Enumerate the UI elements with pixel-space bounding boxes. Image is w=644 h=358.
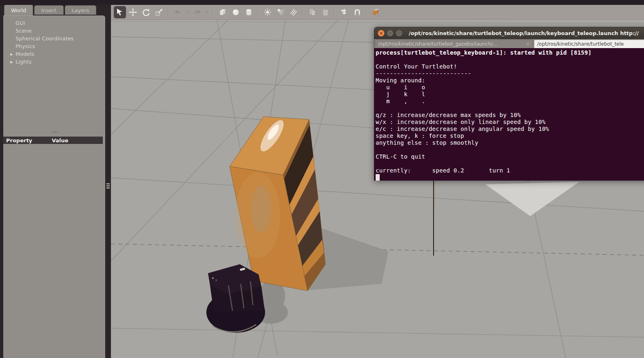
- paste-button[interactable]: [319, 6, 332, 18]
- tab-label: World: [11, 7, 26, 13]
- undo-history-button[interactable]: [185, 6, 190, 18]
- insert-sphere-button[interactable]: [230, 6, 242, 18]
- tab-label: Layers: [72, 7, 89, 13]
- terminal-line: Moving around:: [376, 77, 644, 84]
- terminal-tab-teleop[interactable]: /opt/ros/kinetic/share/turtlebot_tele: [534, 40, 644, 48]
- terminal-title: /opt/ros/kinetic/share/turtlebot_teleop/…: [409, 30, 644, 36]
- panel-splitter-grip[interactable]: •••: [51, 131, 58, 134]
- terminal-window: × — ◻ /opt/ros/kinetic/share/turtlebot_t…: [374, 27, 644, 181]
- tree-item-label: Models: [15, 51, 34, 57]
- scale-tool[interactable]: [153, 6, 165, 18]
- insert-cylinder-button[interactable]: [243, 6, 255, 18]
- terminal-line: anything else : stop smoothly: [376, 139, 644, 146]
- rotate-tool[interactable]: [140, 6, 152, 18]
- terminal-line: Control Your Turtlebot!: [376, 63, 644, 70]
- tab-label: Insert: [41, 7, 56, 13]
- terminal-cursor: [376, 174, 380, 181]
- toolbar-separator: [334, 7, 335, 18]
- insert-point-light-button[interactable]: [261, 6, 274, 18]
- terminal-line: [376, 146, 644, 153]
- toolbar-separator: [366, 7, 367, 18]
- tree-item[interactable]: ▶ Scene: [3, 27, 105, 35]
- toolbar-separator: [213, 7, 214, 18]
- terminal-tab-gazebo[interactable]: /opt/ros/kinetic/share/turtlebot_gazebo/…: [375, 40, 533, 48]
- terminal-line: space key, k : force stop: [376, 133, 644, 139]
- select-tool[interactable]: [114, 6, 126, 18]
- tree-item[interactable]: ▶ Models: [3, 50, 105, 58]
- property-table-header: Property Value: [3, 137, 103, 144]
- terminal-line: ---------------------------: [376, 70, 644, 77]
- undo-button[interactable]: [172, 6, 184, 18]
- snap-button[interactable]: [351, 6, 363, 18]
- terminal-line: currently: speed 0.2 turn 1: [376, 167, 644, 174]
- toolbar-separator: [303, 7, 303, 18]
- terminal-lines: process[turtlebot_teleop_keyboard-1]: st…: [376, 49, 644, 174]
- property-column-header: Property: [3, 137, 51, 144]
- redo-button[interactable]: [191, 6, 204, 18]
- expand-arrow-icon[interactable]: ▶: [10, 60, 15, 64]
- turtlebot[interactable]: [206, 264, 265, 333]
- terminal-line: j k l: [376, 91, 644, 98]
- sidebar-tab-bar: World Insert Layers: [4, 4, 96, 15]
- copy-button[interactable]: [306, 6, 319, 18]
- tree-item-label: Scene: [15, 28, 32, 34]
- tab-world[interactable]: World: [4, 4, 33, 15]
- tree-item[interactable]: ▶ Physics: [3, 42, 105, 50]
- tree-item-label: GUI: [15, 20, 25, 26]
- tree-item[interactable]: ▶ GUI: [3, 19, 105, 27]
- tree-item-label: Lights: [15, 59, 31, 65]
- toolbar-separator: [258, 7, 259, 18]
- tree-item-label: Physics: [15, 43, 35, 49]
- terminal-line: m , .: [376, 98, 644, 105]
- tab-insert[interactable]: Insert: [34, 5, 63, 15]
- terminal-line: u i o: [376, 84, 644, 91]
- terminal-line: [376, 105, 644, 112]
- terminal-tab-bar: /opt/ros/kinetic/share/turtlebot_gazebo/…: [374, 39, 644, 48]
- translate-tool[interactable]: [127, 6, 139, 18]
- insert-box-button[interactable]: [217, 6, 229, 18]
- value-column-header: Value: [51, 137, 69, 144]
- terminal-line: q/z : increase/decrease max speeds by 10…: [376, 112, 644, 119]
- expand-arrow-icon[interactable]: ▶: [10, 52, 15, 56]
- toolbar-separator: [168, 7, 169, 18]
- terminal-output[interactable]: process[turtlebot_teleop_keyboard-1]: st…: [374, 48, 644, 181]
- terminal-line: e/c : increase/decrease only angular spe…: [376, 126, 644, 133]
- main-toolbar: [111, 5, 644, 20]
- view-angle-button[interactable]: [370, 6, 382, 18]
- terminal-line: CTRL-C to quit: [376, 153, 644, 160]
- tree-item-label: Spherical Coordinates: [15, 35, 74, 42]
- tree-item[interactable]: ▶ Spherical Coordinates: [3, 35, 105, 42]
- terminal-tab-label: /opt/ros/kinetic/share/turtlebot_gazebo/…: [378, 41, 523, 47]
- terminal-line: w/x : increase/decrease only linear spee…: [376, 119, 644, 126]
- window-top-edge: [0, 0, 644, 5]
- sidebar-splitter-grip[interactable]: [106, 183, 110, 190]
- left-sidebar: World Insert Layers ▶ GUI: [0, 5, 105, 358]
- terminal-titlebar[interactable]: × — ◻ /opt/ros/kinetic/share/turtlebot_t…: [374, 27, 644, 39]
- redo-history-button[interactable]: [204, 6, 210, 18]
- close-button[interactable]: ×: [378, 30, 385, 37]
- terminal-line: process[turtlebot_teleop_keyboard-1]: st…: [376, 49, 644, 56]
- terminal-line: [376, 56, 644, 63]
- terminal-tab-label: /opt/ros/kinetic/share/turtlebot_tele: [537, 41, 644, 47]
- tab-layers[interactable]: Layers: [65, 5, 96, 15]
- sidebar-splitter[interactable]: [105, 5, 111, 358]
- insert-spot-light-button[interactable]: [274, 6, 287, 18]
- world-panel: ▶ GUI ▶ Scene ▶ Spherical Coordinates: [3, 15, 105, 358]
- insert-directional-light-button[interactable]: [288, 6, 300, 18]
- minimize-button[interactable]: —: [387, 30, 394, 37]
- window-controls: × — ◻: [378, 30, 403, 37]
- world-tree: ▶ GUI ▶ Scene ▶ Spherical Coordinates: [3, 16, 105, 66]
- tree-item[interactable]: ▶ Lights: [3, 58, 105, 66]
- tab-close-icon[interactable]: ×: [526, 41, 530, 47]
- maximize-button[interactable]: ◻: [396, 30, 403, 37]
- align-button[interactable]: [338, 6, 350, 18]
- terminal-line: [376, 160, 644, 167]
- gazebo-window: World Insert Layers ▶ GUI: [0, 0, 644, 358]
